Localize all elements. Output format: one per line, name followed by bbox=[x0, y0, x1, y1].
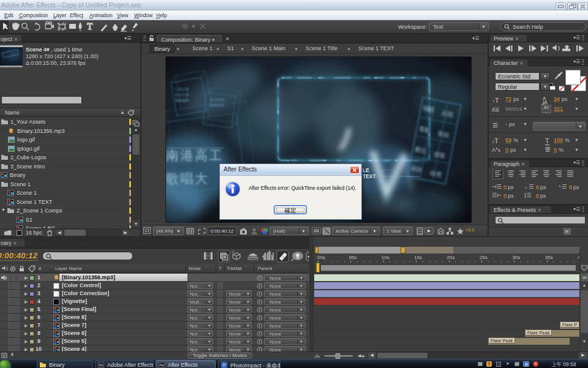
svg-text:T: T bbox=[87, 21, 92, 31]
